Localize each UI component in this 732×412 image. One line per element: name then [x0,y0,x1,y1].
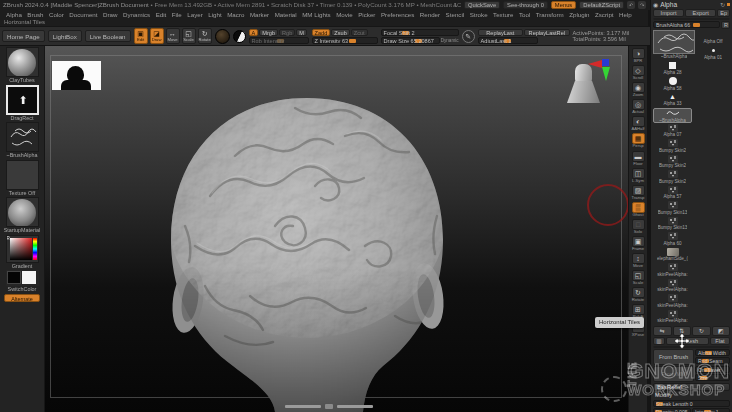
alpha-cell-skinpeelalpha[interactable]: skinPeelAlpha: [653,294,692,310]
rightshelf-solo[interactable]: □Solo [630,219,646,235]
m-toggle[interactable]: M [296,29,307,36]
texture-off-thumb[interactable] [6,160,39,190]
alpha-export-button[interactable]: Export [685,9,716,17]
rightshelf-rotate[interactable]: ↻Rotate [630,287,646,303]
alpha-cell-bumpy-skin2[interactable]: Bumpy Skin2 [653,139,692,155]
draw-mode-button[interactable]: ◪Draw [150,28,164,44]
basrelief-section-header[interactable]: BasRelief [653,383,730,392]
alpha-cell-elephantside[interactable]: elephantSide_( [653,247,692,263]
alpha-cell-alpha-off[interactable]: Alpha Off [696,30,730,45]
draw-size-slider[interactable]: Draw Size 65.20867 [381,37,440,44]
make-stencil-icon[interactable]: ▥ [653,337,665,345]
mrgb-toggle[interactable]: Mrgb [259,29,278,36]
intensity-1-slider[interactable]: Intensity 1 [692,408,730,412]
menu-brush[interactable]: Brush [27,11,43,18]
rightshelf-move[interactable]: ↕Move [630,253,646,269]
axis-z-icon[interactable] [602,59,609,66]
shelf-gradient[interactable]: RGradient [2,235,42,270]
alpha-cell-bumpy-skin13[interactable]: Bumpy Skin13 [653,216,692,232]
rgb-toggle[interactable]: Rgb [279,29,295,36]
main-color-swatch[interactable] [7,271,21,284]
rightshelf-scale[interactable]: ◱Scale [630,270,646,286]
rightshelf-floor[interactable]: ▬Floor [630,151,646,167]
switch-color-thumb[interactable] [6,270,39,286]
rightshelf-l-sym[interactable]: ◫L.Sym [630,168,646,184]
handle-bar[interactable] [285,405,321,408]
brush-alpha-slider[interactable]: BrushAlpha 66 [653,21,720,28]
alpha-cell-alpha-57[interactable]: Alpha 57 [653,185,692,201]
redo-icon[interactable]: ↷ [638,1,646,9]
flip-h-button[interactable]: ⇆ [653,326,672,336]
handle-grip-icon[interactable] [325,404,333,409]
alpha-cell-alpha-60[interactable]: Alpha 60 [653,232,692,248]
alpha-cell-alpha-07[interactable]: Alpha 07 [653,123,692,139]
current-brush-icon[interactable] [215,29,230,44]
menu-zscript[interactable]: Zscript [595,11,614,18]
alpha-cell-alpha-28[interactable]: Alpha 28 [653,61,692,77]
edit-mode-button[interactable]: ▣Edit [134,28,148,44]
alpha-width-slider[interactable]: Alpha Width [695,349,730,356]
shelf-claytubes[interactable]: ClayTubes [2,47,42,84]
alpha-cell-skinpeelalpha[interactable]: skinPeelAlpha: [653,263,692,279]
menus-button[interactable]: Menus [551,1,576,9]
alpha-import-button[interactable]: Import [653,9,684,17]
rnd-seam-slider[interactable]: Rnd Seam [695,357,730,364]
startupmaterial-thumb[interactable] [6,197,39,227]
dynamic-label[interactable]: Dynamic [441,38,459,43]
menu-render[interactable]: Render [420,11,440,18]
shelf-texture-off[interactable]: Texture Off [2,160,42,197]
replay-last-rel-button[interactable]: ReplayLastRel [524,29,570,36]
z-intensity-slider[interactable]: Z Intensity 63 [312,37,378,44]
claytubes-thumb[interactable] [6,47,39,77]
camview-gizmo[interactable] [561,56,621,114]
one-layer-slider[interactable]: One layer [695,366,730,373]
menu-document[interactable]: Document [69,11,97,18]
focal-shift-slider[interactable]: Focal Shift 2 [381,29,459,36]
live-boolean-button[interactable]: Live Boolean [85,30,131,42]
axis-x-icon[interactable] [588,60,602,68]
flat-button[interactable]: Flat [710,337,730,345]
scale-mode-button[interactable]: ◱Scale [182,28,196,44]
menu-stroke[interactable]: Stroke [470,11,488,18]
menu-transform[interactable]: Transform [536,11,564,18]
default-zscript-button[interactable]: DefaultZScript [579,1,624,9]
menu-layer[interactable]: Layer [187,11,202,18]
streak-length-0-slider[interactable]: Streak Length 0 [653,400,730,407]
see-through-slider[interactable]: See-through 0 [503,1,548,9]
menu-preferences[interactable]: Preferences [381,11,414,18]
alpha-cell-brushalpha[interactable]: ~BrushAlpha [653,108,692,124]
menu-picker[interactable]: Picker [358,11,375,18]
replay-last-button[interactable]: ReplayLast [478,29,524,36]
rightshelf-aahalf[interactable]: ◐AAHalf [630,116,646,132]
rightshelf-scroll[interactable]: ◇Scroll [630,65,646,81]
menu-movie[interactable]: Movie [336,11,353,18]
document-canvas[interactable] [45,46,628,412]
menu-edit[interactable]: Edit [156,11,167,18]
rightshelf-bpr[interactable]: ◑BPR [630,48,646,64]
from-brush-button[interactable]: From Brush [653,349,694,365]
undo-icon[interactable]: ↶ [627,1,635,9]
current-alpha-thumbnail[interactable]: ~BrushAlpha [653,30,695,60]
a-toggle[interactable]: A [249,29,259,36]
handle-bar[interactable] [337,405,373,408]
brushalpha-thumb[interactable] [6,122,39,152]
secondary-color-swatch[interactable] [22,271,36,284]
menu-stencil[interactable]: Stencil [446,11,465,18]
size-slider[interactable]: Size [695,374,730,381]
shelf-alternate[interactable]: Alternate [2,294,42,302]
alpha-cell-skinpeelalpha[interactable]: skinPeelAlpha: [653,278,692,294]
lightbox-button[interactable]: LightBox [48,30,82,42]
invrs-button[interactable]: ◩ [712,326,731,336]
menu-light[interactable]: Light [208,11,221,18]
alpha-cell-bumpy-skin13[interactable]: Bumpy Skin13 [653,201,692,217]
rightshelf-frame[interactable]: ▣Frame [630,236,646,252]
menu-file[interactable]: File [172,11,182,18]
menu-macro[interactable]: Macro [227,11,244,18]
zcut-toggle[interactable]: Zcut [351,29,368,36]
home-page-button[interactable]: Home Page [2,30,45,42]
rotate-mode-button[interactable]: ↻Rotate [198,28,212,44]
alpha-cell-bumpy-skin2[interactable]: Bumpy Skin2 [653,154,692,170]
zadd-toggle[interactable]: Zadd [312,29,331,36]
stroke-type-icon[interactable] [233,30,246,43]
hue-strip[interactable] [33,238,37,260]
